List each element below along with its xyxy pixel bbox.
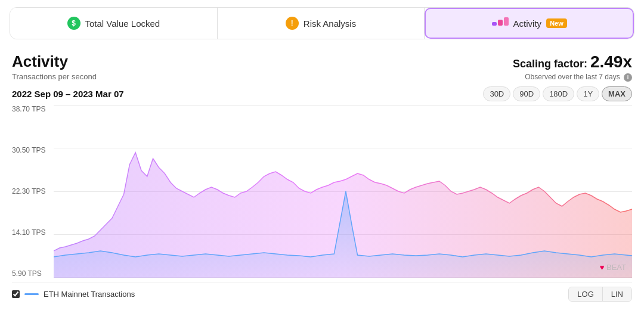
log-button[interactable]: LOG: [569, 287, 602, 301]
legend-item: ETH Mainnet Transactions: [12, 290, 135, 299]
chart-area: 38.70 TPS 30.50 TPS 22.30 TPS 14.10 TPS …: [12, 105, 632, 278]
legend-check: [12, 290, 20, 298]
time-buttons: 30D 90D 180D 1Y MAX: [483, 86, 632, 101]
y-axis-labels: 38.70 TPS 30.50 TPS 22.30 TPS 14.10 TPS …: [12, 105, 54, 278]
chart-title: Activity: [12, 52, 97, 71]
legend-label: ETH Mainnet Transactions: [44, 290, 135, 299]
time-btn-1y[interactable]: 1Y: [577, 86, 599, 101]
scaling-sub: Observed over the last 7 days i: [513, 73, 632, 82]
chart-header-left: Activity Transactions per second: [12, 52, 97, 81]
tab-activity[interactable]: Activity New: [425, 8, 634, 39]
date-range-row: 2022 Sep 09 – 2023 Mar 07 30D 90D 180D 1…: [12, 86, 632, 101]
tab-tvl-label: Total Value Locked: [85, 18, 160, 29]
new-badge: New: [546, 18, 567, 28]
svg-rect-0: [492, 22, 497, 26]
info-icon[interactable]: i: [624, 73, 632, 82]
activity-icon: [492, 17, 509, 29]
header-row: Activity Transactions per second Scaling…: [12, 52, 632, 82]
y-label-3: 22.30 TPS: [12, 187, 54, 195]
chart-container: 38.70 TPS 30.50 TPS 22.30 TPS 14.10 TPS …: [12, 105, 632, 308]
y-label-1: 38.70 TPS: [12, 105, 54, 113]
tab-tvl[interactable]: $ Total Value Locked: [10, 8, 218, 39]
svg-rect-2: [504, 17, 509, 26]
scaling-label-text: Scaling factor:: [513, 58, 587, 70]
tab-activity-label: Activity: [513, 18, 542, 29]
date-range: 2022 Sep 09 – 2023 Mar 07: [12, 89, 124, 99]
chart-svg: ♥ BEAT: [54, 105, 632, 278]
tab-risk[interactable]: ! Risk Analysis: [218, 8, 425, 39]
y-label-5: 5.90 TPS: [12, 269, 54, 278]
chart-footer: ETH Mainnet Transactions LOG LIN: [12, 283, 632, 305]
scaling-info: Scaling factor: 2.49x Observed over the …: [513, 52, 632, 82]
lin-button[interactable]: LIN: [603, 287, 631, 301]
watermark: ♥ BEAT: [600, 263, 626, 272]
time-btn-max[interactable]: MAX: [602, 86, 632, 101]
scaling-value: 2.49x: [590, 52, 632, 71]
legend-checkbox[interactable]: [12, 290, 20, 298]
log-lin-buttons: LOG LIN: [568, 287, 632, 302]
tab-risk-label: Risk Analysis: [304, 18, 356, 29]
main-content: Activity Transactions per second Scaling…: [0, 46, 644, 308]
y-label-2: 30.50 TPS: [12, 146, 54, 154]
time-btn-90d[interactable]: 90D: [513, 86, 540, 101]
watermark-heart: ♥: [600, 263, 605, 272]
scaling-label: Scaling factor: 2.49x: [513, 52, 632, 72]
y-label-4: 14.10 TPS: [12, 228, 54, 237]
warning-icon: !: [286, 17, 299, 30]
watermark-text: BEAT: [606, 263, 626, 272]
time-btn-180d[interactable]: 180D: [543, 86, 574, 101]
time-btn-30d[interactable]: 30D: [483, 86, 510, 101]
legend-line: [24, 293, 39, 295]
svg-rect-1: [498, 20, 503, 26]
legend-line-blue: [24, 293, 39, 295]
chart-subtitle: Transactions per second: [12, 72, 97, 81]
tab-bar: $ Total Value Locked ! Risk Analysis Act…: [10, 7, 634, 39]
dollar-icon: $: [67, 17, 80, 30]
